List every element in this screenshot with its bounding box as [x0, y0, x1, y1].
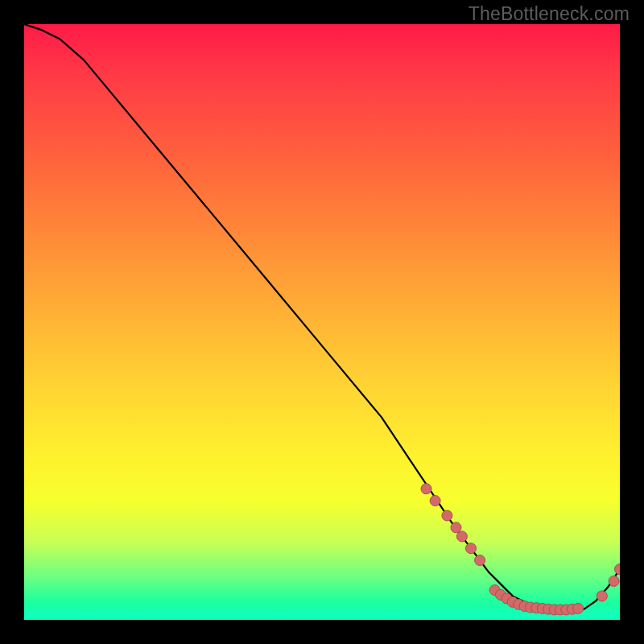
marker-layer	[421, 484, 620, 615]
chart-frame: TheBottleneck.com	[0, 0, 644, 644]
watermark-text: TheBottleneck.com	[469, 3, 630, 25]
data-marker	[573, 603, 584, 613]
data-marker	[456, 531, 467, 542]
data-marker	[609, 576, 619, 586]
bottleneck-curve	[24, 24, 620, 610]
data-marker	[466, 543, 477, 554]
data-marker	[475, 555, 485, 566]
plot-svg	[24, 24, 620, 620]
data-marker	[451, 522, 461, 533]
data-marker	[442, 510, 452, 521]
data-marker	[430, 496, 440, 506]
plot-gradient-area	[24, 24, 620, 620]
data-marker	[597, 591, 607, 601]
data-marker	[421, 484, 431, 494]
data-marker	[615, 564, 621, 575]
